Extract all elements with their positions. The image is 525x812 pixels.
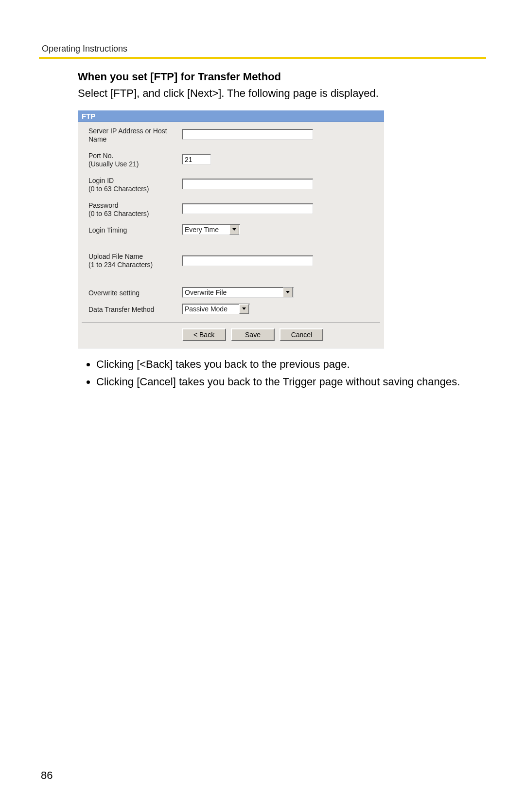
label-server: Server IP Address or Host Name [78,122,179,147]
overwrite-value: Overwrite File [185,289,227,296]
chevron-down-icon [239,304,249,314]
chevron-down-icon [229,225,239,235]
save-button[interactable]: Save [231,328,275,341]
list-item: Clicking [Cancel] takes you back to the … [96,375,476,390]
back-button[interactable]: < Back [182,328,226,341]
section-heading: When you set [FTP] for Transfer Method [78,71,476,83]
label-port: Port No.(Usually Use 21) [78,147,179,172]
header-text: Operating Instructions [39,44,486,54]
intro-paragraph: Select [FTP], and click [Next>]. The fol… [78,86,476,101]
svg-marker-2 [242,307,246,310]
overwrite-select[interactable]: Overwrite File [182,287,294,298]
port-input[interactable] [182,154,211,164]
ftp-settings-panel: FTP Server IP Address or Host Name Port … [78,110,384,348]
button-row: < Back Save Cancel [78,323,384,348]
login-timing-value: Every Time [185,226,219,234]
list-item: Clicking [<Back] takes you back to the p… [96,357,476,372]
page-number: 86 [41,769,52,782]
login-id-input[interactable] [182,179,313,189]
cancel-button[interactable]: Cancel [280,328,323,341]
svg-marker-0 [232,228,236,231]
transfer-method-value: Passive Mode [185,305,228,313]
label-login-timing: Login Timing [78,221,179,238]
label-overwrite: Overwrite setting [78,284,179,301]
label-upload-file: Upload File Name(1 to 234 Characters) [78,238,179,284]
transfer-method-select[interactable]: Passive Mode [182,304,250,314]
notes-list: Clicking [<Back] takes you back to the p… [78,357,476,390]
section-divider [39,57,486,59]
label-password: Password(0 to 63 Characters) [78,197,179,221]
svg-marker-1 [286,291,290,293]
login-timing-select[interactable]: Every Time [182,224,240,235]
panel-title: FTP [78,110,384,122]
upload-file-input[interactable] [182,255,313,266]
chevron-down-icon [283,288,293,297]
server-input[interactable] [182,129,313,140]
password-input[interactable] [182,203,313,214]
label-transfer-method: Data Transfer Method [78,301,179,317]
label-login-id: Login ID(0 to 63 Characters) [78,172,179,197]
